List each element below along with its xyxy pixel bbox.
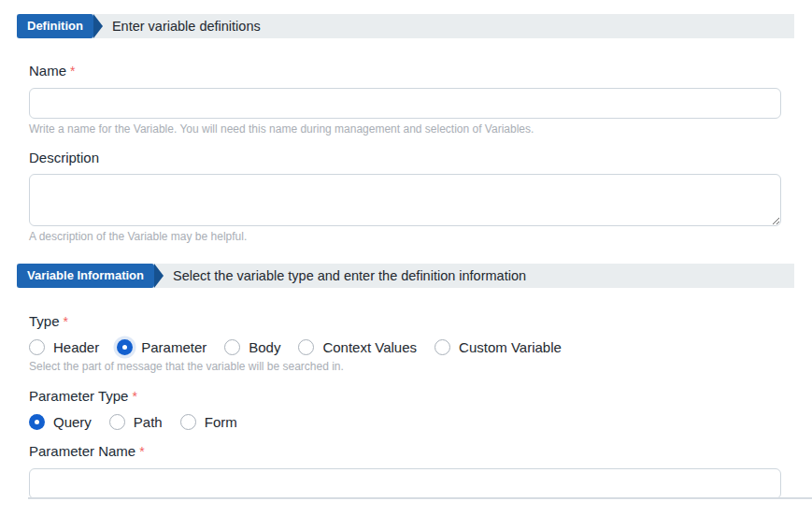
required-asterisk: *: [64, 314, 68, 329]
name-label: Name *: [29, 63, 781, 79]
section-badge-label: Definition: [27, 19, 83, 33]
parameter-type-radio-group: Query Path Form: [29, 414, 781, 430]
description-textarea[interactable]: [29, 174, 781, 226]
section-badge-label: Variable Information: [27, 268, 144, 282]
radio-path[interactable]: [109, 414, 125, 430]
section-description: Select the variable type and enter the d…: [173, 268, 526, 283]
section-header-definition: Definition Enter variable definitions: [17, 14, 794, 38]
name-input[interactable]: [29, 88, 781, 119]
type-radio-group: Header Parameter Body Context Values Cus…: [29, 339, 781, 355]
section-header-variable-information: Variable Information Select the variable…: [17, 264, 794, 288]
description-label: Description: [29, 150, 781, 165]
radio-header[interactable]: [29, 339, 45, 355]
parameter-name-input[interactable]: [29, 468, 781, 499]
radio-option-parameter[interactable]: Parameter: [117, 339, 207, 355]
name-help-text: Write a name for the Variable. You will …: [29, 122, 781, 136]
parameter-type-label: Parameter Type *: [29, 388, 781, 404]
radio-option-form[interactable]: Form: [180, 414, 237, 430]
radio-body[interactable]: [224, 339, 240, 355]
radio-custom-variable[interactable]: [434, 339, 450, 355]
section-badge-variable-information: Variable Information: [17, 264, 154, 288]
section-badge-definition: Definition: [17, 14, 93, 38]
badge-arrow-icon: [93, 14, 103, 38]
radio-option-body[interactable]: Body: [224, 339, 280, 355]
badge-arrow-icon: [154, 264, 164, 288]
parameter-name-label: Parameter Name *: [29, 443, 781, 459]
radio-form[interactable]: [180, 414, 196, 430]
bottom-divider: [28, 497, 812, 499]
radio-option-context-values[interactable]: Context Values: [298, 339, 417, 355]
radio-query[interactable]: [29, 414, 45, 430]
type-help-text: Select the part of message that the vari…: [29, 360, 781, 373]
type-label: Type *: [29, 313, 781, 329]
radio-context-values[interactable]: [298, 339, 314, 355]
required-asterisk: *: [70, 64, 75, 79]
section-description: Enter variable definitions: [112, 19, 261, 34]
description-help-text: A description of the Variable may be hel…: [29, 230, 781, 243]
radio-option-custom-variable[interactable]: Custom Variable: [434, 339, 562, 355]
required-asterisk: *: [132, 389, 136, 404]
radio-option-path[interactable]: Path: [109, 414, 163, 430]
radio-option-header[interactable]: Header: [29, 339, 99, 355]
required-asterisk: *: [139, 444, 144, 459]
radio-parameter[interactable]: [117, 339, 133, 355]
radio-option-query[interactable]: Query: [29, 414, 92, 430]
